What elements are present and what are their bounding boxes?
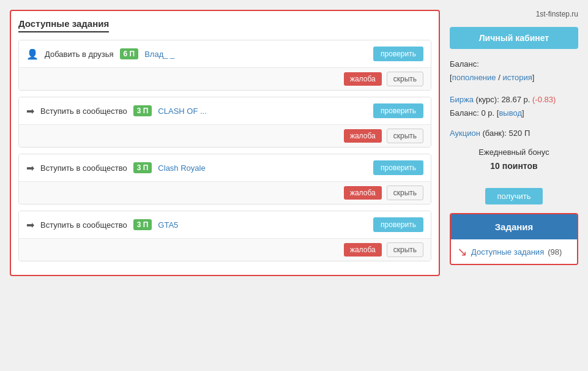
verify-button[interactable]: проверить <box>373 160 423 175</box>
sidebar: 1st-finstep.ru Личный кабинет Баланс: [п… <box>450 10 578 276</box>
verify-button[interactable]: проверить <box>373 47 423 61</box>
task-card-4: ➡ Вступить в сообщество 3 П GTA5 провери… <box>18 211 431 261</box>
auction-link[interactable]: Аукцион <box>450 129 480 138</box>
hide-button[interactable]: скрыть <box>387 242 423 257</box>
task-main-row: ➡ Вступить в сообщество 3 П CLASH OF ...… <box>19 97 431 124</box>
task-card-2: ➡ Вступить в сообщество 3 П CLASH OF ...… <box>18 97 431 148</box>
complaint-button[interactable]: жалоба <box>344 186 382 200</box>
available-tasks-link[interactable]: Доступные задания <box>471 247 544 257</box>
exchange-balance-label: Баланс: <box>450 108 479 118</box>
exchange-change: (-0.83) <box>532 95 556 104</box>
hide-button[interactable]: скрыть <box>387 186 423 200</box>
task-card-1: 👤 Добавить в друзья 6 П Влад_ _ проверит… <box>18 40 431 91</box>
refill-link[interactable]: пополнение <box>452 73 496 82</box>
task-actions-row: жалоба скрыть <box>19 181 431 204</box>
task-actions-row: жалоба скрыть <box>19 238 431 261</box>
task-link[interactable]: Влад_ _ <box>144 50 367 59</box>
get-bonus-button[interactable]: получить <box>485 188 543 204</box>
task-icon: 👤 <box>26 48 39 60</box>
hide-button[interactable]: скрыть <box>387 72 423 86</box>
task-label: Добавить в друзья <box>45 50 114 59</box>
bonus-block: Ежедневный бонус 10 поинтов получить <box>450 146 578 204</box>
complaint-button[interactable]: жалоба <box>344 129 382 143</box>
auction-value: 520 П <box>509 129 530 138</box>
balance-block: Баланс: [пополнение / история] <box>450 58 578 84</box>
exchange-balance-value: 0 р. <box>482 108 495 118</box>
verify-button[interactable]: проверить <box>373 217 423 232</box>
task-main-row: ➡ Вступить в сообщество 3 П Clash Royale… <box>19 154 431 181</box>
arrow-icon: ↘ <box>457 244 467 259</box>
task-main-row: ➡ Вступить в сообщество 3 П GTA5 провери… <box>19 211 431 238</box>
task-points: 3 П <box>133 219 152 230</box>
available-count: (98) <box>548 247 562 257</box>
task-points: 3 П <box>133 162 152 173</box>
task-label: Вступить в сообщество <box>40 107 127 116</box>
hide-button[interactable]: скрыть <box>387 129 423 143</box>
exchange-sub: (курс): <box>476 95 499 104</box>
task-icon: ➡ <box>26 162 34 174</box>
exchange-link[interactable]: Биржа <box>450 95 474 104</box>
task-link[interactable]: Clash Royale <box>158 163 367 173</box>
exchange-block: Биржа (курс): 28.67 р. (-0.83) Баланс: 0… <box>450 93 578 120</box>
balance-label: Баланс: <box>450 59 479 69</box>
task-main-row: 👤 Добавить в друзья 6 П Влад_ _ проверит… <box>19 40 431 67</box>
complaint-button[interactable]: жалоба <box>344 243 382 257</box>
main-content: Доступные задания 👤 Добавить в друзья 6 … <box>10 10 440 276</box>
verify-button[interactable]: проверить <box>373 103 423 118</box>
task-icon: ➡ <box>26 105 34 117</box>
task-link[interactable]: GTA5 <box>158 220 367 230</box>
task-points: 6 П <box>120 48 139 59</box>
zadaniya-block: Задания ↘ Доступные задания (98) <box>450 213 578 265</box>
task-actions-row: жалоба скрыть <box>19 124 431 147</box>
auction-block: Аукцион (банк): 520 П <box>450 129 578 138</box>
task-points: 3 П <box>133 105 152 116</box>
task-actions-row: жалоба скрыть <box>19 67 431 90</box>
task-card-3: ➡ Вступить в сообщество 3 П Clash Royale… <box>18 154 431 204</box>
tasks-container: 👤 Добавить в друзья 6 П Влад_ _ проверит… <box>18 40 431 261</box>
site-url: 1st-finstep.ru <box>450 10 578 18</box>
section-title: Доступные задания <box>18 18 109 32</box>
task-icon: ➡ <box>26 219 34 231</box>
cabinet-button[interactable]: Личный кабинет <box>450 27 578 49</box>
complaint-button[interactable]: жалоба <box>344 72 382 86</box>
bonus-points: 10 поинтов <box>450 159 578 173</box>
exchange-rate: 28.67 р. <box>501 95 530 104</box>
task-link[interactable]: CLASH OF ... <box>158 107 367 116</box>
task-label: Вступить в сообщество <box>40 163 127 173</box>
auction-sub: (банк): <box>482 129 507 138</box>
withdraw-link[interactable]: вывод <box>499 108 522 118</box>
history-link[interactable]: история <box>502 73 532 82</box>
bonus-title: Ежедневный бонус <box>450 146 578 159</box>
task-label: Вступить в сообщество <box>40 220 127 230</box>
zadaniya-button[interactable]: Задания <box>451 214 577 239</box>
zadaniya-footer: ↘ Доступные задания (98) <box>451 239 577 264</box>
